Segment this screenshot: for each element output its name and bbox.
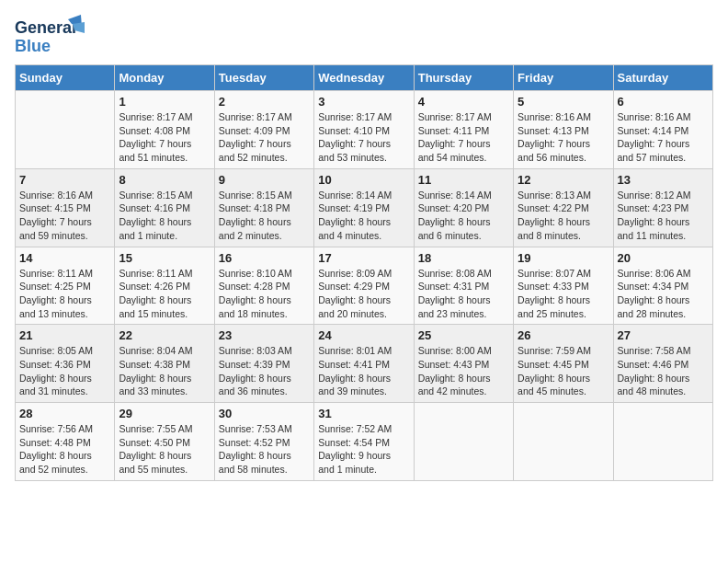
day-info: Sunrise: 8:12 AM Sunset: 4:23 PM Dayligh… bbox=[618, 189, 709, 243]
day-number: 7 bbox=[19, 173, 110, 187]
day-info: Sunrise: 8:16 AM Sunset: 4:15 PM Dayligh… bbox=[19, 189, 110, 243]
calendar-cell: 26Sunrise: 7:59 AM Sunset: 4:45 PM Dayli… bbox=[514, 325, 613, 403]
day-info: Sunrise: 8:15 AM Sunset: 4:16 PM Dayligh… bbox=[119, 189, 210, 243]
day-info: Sunrise: 8:04 AM Sunset: 4:38 PM Dayligh… bbox=[119, 344, 210, 398]
day-info: Sunrise: 8:10 AM Sunset: 4:28 PM Dayligh… bbox=[219, 267, 310, 321]
week-row-2: 7Sunrise: 8:16 AM Sunset: 4:15 PM Daylig… bbox=[16, 168, 713, 247]
day-info: Sunrise: 7:53 AM Sunset: 4:52 PM Dayligh… bbox=[219, 422, 310, 477]
calendar-cell bbox=[514, 403, 613, 481]
day-info: Sunrise: 8:17 AM Sunset: 4:10 PM Dayligh… bbox=[318, 110, 409, 165]
day-number: 31 bbox=[318, 407, 409, 420]
calendar-cell: 24Sunrise: 8:01 AM Sunset: 4:41 PM Dayli… bbox=[314, 325, 414, 403]
day-number: 19 bbox=[518, 251, 609, 265]
calendar-cell: 6Sunrise: 8:16 AM Sunset: 4:14 PM Daylig… bbox=[613, 91, 712, 169]
day-number: 13 bbox=[618, 173, 709, 187]
day-number: 14 bbox=[19, 251, 110, 265]
day-info: Sunrise: 7:59 AM Sunset: 4:45 PM Dayligh… bbox=[518, 344, 609, 398]
day-info: Sunrise: 8:17 AM Sunset: 4:08 PM Dayligh… bbox=[119, 110, 210, 165]
calendar-cell: 19Sunrise: 8:07 AM Sunset: 4:33 PM Dayli… bbox=[514, 247, 613, 325]
day-number: 16 bbox=[219, 251, 310, 265]
calendar-cell: 21Sunrise: 8:05 AM Sunset: 4:36 PM Dayli… bbox=[16, 325, 115, 403]
day-number: 2 bbox=[219, 95, 310, 109]
day-number: 17 bbox=[318, 251, 409, 265]
day-info: Sunrise: 8:16 AM Sunset: 4:13 PM Dayligh… bbox=[518, 110, 609, 165]
weekday-header-sunday: Sunday bbox=[16, 65, 115, 91]
day-info: Sunrise: 8:11 AM Sunset: 4:26 PM Dayligh… bbox=[119, 267, 210, 321]
day-info: Sunrise: 8:05 AM Sunset: 4:36 PM Dayligh… bbox=[19, 344, 110, 398]
day-number: 5 bbox=[518, 95, 609, 109]
logo: GeneralBlue bbox=[15, 15, 88, 57]
calendar-cell: 16Sunrise: 8:10 AM Sunset: 4:28 PM Dayli… bbox=[214, 247, 313, 325]
day-number: 1 bbox=[119, 95, 210, 109]
weekday-header-saturday: Saturday bbox=[613, 65, 712, 91]
day-info: Sunrise: 8:00 AM Sunset: 4:43 PM Dayligh… bbox=[418, 344, 509, 398]
calendar-cell: 5Sunrise: 8:16 AM Sunset: 4:13 PM Daylig… bbox=[514, 91, 613, 169]
week-row-3: 14Sunrise: 8:11 AM Sunset: 4:25 PM Dayli… bbox=[16, 247, 713, 325]
calendar-cell bbox=[16, 91, 115, 169]
day-number: 9 bbox=[219, 173, 310, 187]
calendar-body: 1Sunrise: 8:17 AM Sunset: 4:08 PM Daylig… bbox=[16, 91, 713, 481]
day-number: 28 bbox=[19, 407, 110, 420]
calendar-cell: 27Sunrise: 7:58 AM Sunset: 4:46 PM Dayli… bbox=[613, 325, 712, 403]
day-info: Sunrise: 8:09 AM Sunset: 4:29 PM Dayligh… bbox=[318, 267, 409, 321]
weekday-header-wednesday: Wednesday bbox=[314, 65, 414, 91]
day-info: Sunrise: 8:03 AM Sunset: 4:39 PM Dayligh… bbox=[219, 344, 310, 398]
day-info: Sunrise: 7:56 AM Sunset: 4:48 PM Dayligh… bbox=[19, 422, 110, 477]
day-info: Sunrise: 8:17 AM Sunset: 4:09 PM Dayligh… bbox=[219, 110, 310, 165]
week-row-4: 21Sunrise: 8:05 AM Sunset: 4:36 PM Dayli… bbox=[16, 325, 713, 403]
day-number: 4 bbox=[418, 95, 509, 109]
calendar-cell: 11Sunrise: 8:14 AM Sunset: 4:20 PM Dayli… bbox=[414, 168, 513, 247]
day-number: 23 bbox=[219, 328, 310, 342]
calendar-cell: 4Sunrise: 8:17 AM Sunset: 4:11 PM Daylig… bbox=[414, 91, 513, 169]
day-number: 29 bbox=[119, 407, 210, 420]
day-info: Sunrise: 8:15 AM Sunset: 4:18 PM Dayligh… bbox=[219, 189, 310, 243]
calendar-cell: 2Sunrise: 8:17 AM Sunset: 4:09 PM Daylig… bbox=[214, 91, 313, 169]
day-info: Sunrise: 8:16 AM Sunset: 4:14 PM Dayligh… bbox=[618, 110, 709, 165]
svg-text:General: General bbox=[15, 18, 76, 37]
calendar-cell: 12Sunrise: 8:13 AM Sunset: 4:22 PM Dayli… bbox=[514, 168, 613, 247]
calendar-cell: 20Sunrise: 8:06 AM Sunset: 4:34 PM Dayli… bbox=[613, 247, 712, 325]
day-info: Sunrise: 8:14 AM Sunset: 4:19 PM Dayligh… bbox=[318, 189, 409, 243]
day-info: Sunrise: 7:58 AM Sunset: 4:46 PM Dayligh… bbox=[618, 344, 709, 398]
calendar-cell: 31Sunrise: 7:52 AM Sunset: 4:54 PM Dayli… bbox=[314, 403, 414, 481]
day-number: 18 bbox=[418, 251, 509, 265]
day-number: 26 bbox=[518, 328, 609, 342]
day-info: Sunrise: 8:11 AM Sunset: 4:25 PM Dayligh… bbox=[19, 267, 110, 321]
day-number: 11 bbox=[418, 173, 509, 187]
calendar-cell: 13Sunrise: 8:12 AM Sunset: 4:23 PM Dayli… bbox=[613, 168, 712, 247]
day-number: 25 bbox=[418, 328, 509, 342]
calendar-cell: 23Sunrise: 8:03 AM Sunset: 4:39 PM Dayli… bbox=[214, 325, 313, 403]
weekday-header-monday: Monday bbox=[115, 65, 214, 91]
day-number: 15 bbox=[119, 251, 210, 265]
calendar-cell: 1Sunrise: 8:17 AM Sunset: 4:08 PM Daylig… bbox=[115, 91, 214, 169]
day-number: 30 bbox=[219, 407, 310, 420]
weekday-header-row: SundayMondayTuesdayWednesdayThursdayFrid… bbox=[16, 65, 713, 91]
calendar-cell: 17Sunrise: 8:09 AM Sunset: 4:29 PM Dayli… bbox=[314, 247, 414, 325]
day-info: Sunrise: 8:08 AM Sunset: 4:31 PM Dayligh… bbox=[418, 267, 509, 321]
calendar-cell: 9Sunrise: 8:15 AM Sunset: 4:18 PM Daylig… bbox=[214, 168, 313, 247]
day-info: Sunrise: 7:52 AM Sunset: 4:54 PM Dayligh… bbox=[318, 422, 409, 477]
day-number: 21 bbox=[19, 328, 110, 342]
day-info: Sunrise: 8:13 AM Sunset: 4:22 PM Dayligh… bbox=[518, 189, 609, 243]
day-number: 10 bbox=[318, 173, 409, 187]
day-number: 12 bbox=[518, 173, 609, 187]
day-number: 3 bbox=[318, 95, 409, 109]
day-info: Sunrise: 8:07 AM Sunset: 4:33 PM Dayligh… bbox=[518, 267, 609, 321]
calendar-cell: 14Sunrise: 8:11 AM Sunset: 4:25 PM Dayli… bbox=[16, 247, 115, 325]
day-number: 27 bbox=[618, 328, 709, 342]
calendar-cell bbox=[613, 403, 712, 481]
weekday-header-friday: Friday bbox=[514, 65, 613, 91]
weekday-header-tuesday: Tuesday bbox=[214, 65, 313, 91]
day-info: Sunrise: 8:06 AM Sunset: 4:34 PM Dayligh… bbox=[618, 267, 709, 321]
calendar-cell: 22Sunrise: 8:04 AM Sunset: 4:38 PM Dayli… bbox=[115, 325, 214, 403]
day-info: Sunrise: 8:01 AM Sunset: 4:41 PM Dayligh… bbox=[318, 344, 409, 398]
day-number: 24 bbox=[318, 328, 409, 342]
calendar-cell: 28Sunrise: 7:56 AM Sunset: 4:48 PM Dayli… bbox=[16, 403, 115, 481]
calendar-cell: 15Sunrise: 8:11 AM Sunset: 4:26 PM Dayli… bbox=[115, 247, 214, 325]
day-info: Sunrise: 8:14 AM Sunset: 4:20 PM Dayligh… bbox=[418, 189, 509, 243]
day-number: 20 bbox=[618, 251, 709, 265]
svg-text:Blue: Blue bbox=[15, 37, 51, 55]
calendar-cell: 29Sunrise: 7:55 AM Sunset: 4:50 PM Dayli… bbox=[115, 403, 214, 481]
day-number: 8 bbox=[119, 173, 210, 187]
calendar-cell: 7Sunrise: 8:16 AM Sunset: 4:15 PM Daylig… bbox=[16, 168, 115, 247]
